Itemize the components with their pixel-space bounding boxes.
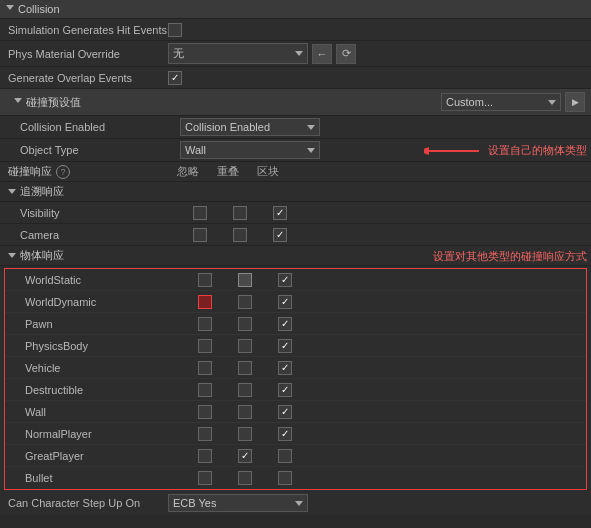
ws-overlap-cb[interactable]	[238, 273, 252, 287]
np-block-cb[interactable]	[278, 427, 292, 441]
normalplayer-label: NormalPlayer	[25, 428, 185, 440]
object-type-row: Object Type Wall	[0, 139, 591, 162]
preset-triangle	[14, 98, 22, 107]
simulation-label: Simulation Generates Hit Events	[8, 24, 168, 36]
camera-block-cell	[260, 228, 300, 242]
preset-dropdown[interactable]: Custom...	[441, 93, 561, 111]
pawn-label: Pawn	[25, 318, 185, 330]
visibility-ignore-cb[interactable]	[193, 206, 207, 220]
wall-ignore-cb[interactable]	[198, 405, 212, 419]
collision-panel: Collision Simulation Generates Hit Event…	[0, 0, 591, 514]
collision-section-header[interactable]: Collision	[0, 0, 591, 19]
visibility-row: Visibility	[0, 202, 591, 224]
overlap-events-label: Generate Overlap Events	[8, 72, 168, 84]
camera-block-cb[interactable]	[273, 228, 287, 242]
pawn-cells	[185, 317, 305, 331]
object-type-dropdown[interactable]: Wall	[180, 141, 320, 159]
pb-block-cb[interactable]	[278, 339, 292, 353]
gp-overlap-cb[interactable]	[238, 449, 252, 463]
veh-overlap-cb[interactable]	[238, 361, 252, 375]
gp-block-cb[interactable]	[278, 449, 292, 463]
veh-block-cb[interactable]	[278, 361, 292, 375]
pawn-overlap-cb[interactable]	[238, 317, 252, 331]
camera-overlap-cb[interactable]	[233, 228, 247, 242]
physicsbody-row: PhysicsBody	[5, 335, 586, 357]
overlap-events-checkbox[interactable]	[168, 71, 182, 85]
camera-ignore-cb[interactable]	[193, 228, 207, 242]
worldstatic-cells	[185, 273, 305, 287]
greatplayer-cells	[185, 449, 305, 463]
camera-overlap-cell	[220, 228, 260, 242]
normalplayer-row: NormalPlayer	[5, 423, 586, 445]
visibility-overlap-cell	[220, 206, 260, 220]
trace-triangle	[8, 189, 16, 194]
bullet-label: Bullet	[25, 472, 185, 484]
phys-material-search-btn[interactable]: ⟳	[336, 44, 356, 64]
dest-block-cb[interactable]	[278, 383, 292, 397]
pawn-ignore-cb[interactable]	[198, 317, 212, 331]
worlddynamic-cells	[185, 295, 305, 309]
pb-overlap-cb[interactable]	[238, 339, 252, 353]
visibility-label: Visibility	[20, 207, 180, 219]
greatplayer-row: GreatPlayer	[5, 445, 586, 467]
bul-overlap-cb[interactable]	[238, 471, 252, 485]
collision-title: Collision	[18, 3, 60, 15]
can-character-row: Can Character Step Up On ECB Yes	[0, 492, 591, 514]
preset-dropdown-arrow	[548, 100, 556, 105]
collision-enabled-label: Collision Enabled	[20, 121, 180, 133]
wall-overlap-cb[interactable]	[238, 405, 252, 419]
collision-enabled-dropdown-arrow	[307, 125, 315, 130]
cr-main-label: 碰撞响应 ?	[8, 164, 168, 179]
vehicle-cells	[185, 361, 305, 375]
trace-response-header: 追溯响应	[0, 182, 591, 202]
collision-enabled-row: Collision Enabled Collision Enabled	[0, 116, 591, 139]
vehicle-label: Vehicle	[25, 362, 185, 374]
visibility-overlap-cb[interactable]	[233, 206, 247, 220]
collision-enabled-dropdown[interactable]: Collision Enabled	[180, 118, 320, 136]
worlddynamic-label: WorldDynamic	[25, 296, 185, 308]
wall-cells	[185, 405, 305, 419]
dest-ignore-cb[interactable]	[198, 383, 212, 397]
can-character-dropdown[interactable]: ECB Yes	[168, 494, 308, 512]
bullet-row: Bullet	[5, 467, 586, 489]
pawn-row: Pawn	[5, 313, 586, 335]
object-response-label-container: 物体响应	[8, 248, 168, 263]
help-icon[interactable]: ?	[56, 165, 70, 179]
dest-overlap-cb[interactable]	[238, 383, 252, 397]
physicsbody-label: PhysicsBody	[25, 340, 185, 352]
phys-material-row: Phys Material Override 无 ← ⟳	[0, 41, 591, 67]
visibility-block-cell	[260, 206, 300, 220]
col-block: 区块	[248, 164, 288, 179]
col-ignore: 忽略	[168, 164, 208, 179]
simulation-checkbox[interactable]	[168, 23, 182, 37]
collision-response-header: 碰撞响应 ? 忽略 重叠 区块	[0, 162, 591, 182]
camera-cells	[180, 228, 300, 242]
wall-block-cb[interactable]	[278, 405, 292, 419]
wd-ignore-cb[interactable]	[198, 295, 212, 309]
preset-extra-btn[interactable]: ▶	[565, 92, 585, 112]
preset-label: 碰撞预设值	[26, 95, 81, 110]
pawn-block-cb[interactable]	[278, 317, 292, 331]
np-ignore-cb[interactable]	[198, 427, 212, 441]
ws-block-cb[interactable]	[278, 273, 292, 287]
object-type-dropdown-arrow	[307, 148, 315, 153]
can-character-label: Can Character Step Up On	[8, 497, 168, 509]
pb-ignore-cb[interactable]	[198, 339, 212, 353]
np-overlap-cb[interactable]	[238, 427, 252, 441]
wd-overlap-cb[interactable]	[238, 295, 252, 309]
object-response-header: 物体响应	[0, 246, 591, 266]
camera-row: Camera	[0, 224, 591, 246]
wd-block-cb[interactable]	[278, 295, 292, 309]
bul-ignore-cb[interactable]	[198, 471, 212, 485]
bul-block-cb[interactable]	[278, 471, 292, 485]
destructible-cells	[185, 383, 305, 397]
phys-material-back-btn[interactable]: ←	[312, 44, 332, 64]
gp-ignore-cb[interactable]	[198, 449, 212, 463]
ws-ignore-cb[interactable]	[198, 273, 212, 287]
normalplayer-cells	[185, 427, 305, 441]
preset-section-header[interactable]: 碰撞预设值 Custom... ▶	[0, 89, 591, 116]
object-response-label: 物体响应	[20, 248, 64, 263]
veh-ignore-cb[interactable]	[198, 361, 212, 375]
visibility-block-cb[interactable]	[273, 206, 287, 220]
phys-material-dropdown[interactable]: 无	[168, 43, 308, 64]
